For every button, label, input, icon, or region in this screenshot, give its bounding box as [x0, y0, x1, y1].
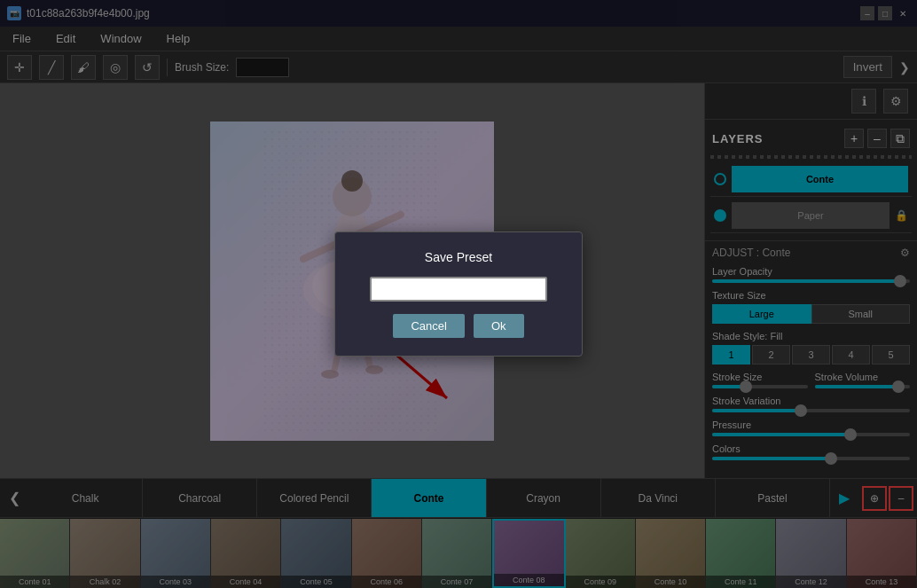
save-preset-dialog: Save Preset Cancel Ok: [334, 231, 583, 357]
ok-button[interactable]: Ok: [474, 314, 524, 338]
dialog-overlay[interactable]: Save Preset Cancel Ok: [0, 0, 917, 588]
dialog-title: Save Preset: [362, 250, 555, 264]
cancel-button[interactable]: Cancel: [393, 314, 464, 338]
preset-name-input[interactable]: [370, 277, 547, 302]
dialog-buttons: Cancel Ok: [362, 314, 555, 338]
